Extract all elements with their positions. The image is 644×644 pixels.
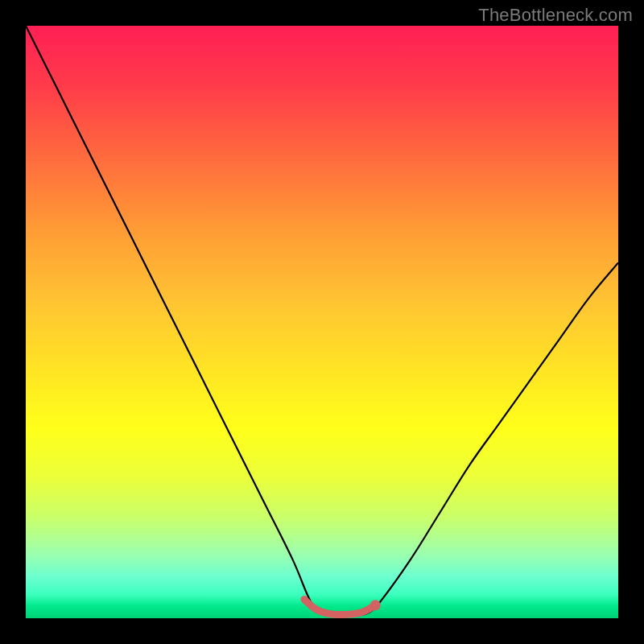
curve-highlight-end-dot — [370, 600, 381, 610]
plot-area — [26, 26, 618, 618]
attribution-label: TheBottleneck.com — [478, 5, 633, 26]
bottleneck-curve — [26, 26, 618, 616]
bottleneck-curve-svg — [26, 26, 618, 618]
chart-frame: TheBottleneck.com — [0, 0, 644, 644]
curve-highlight-segment — [304, 599, 375, 614]
